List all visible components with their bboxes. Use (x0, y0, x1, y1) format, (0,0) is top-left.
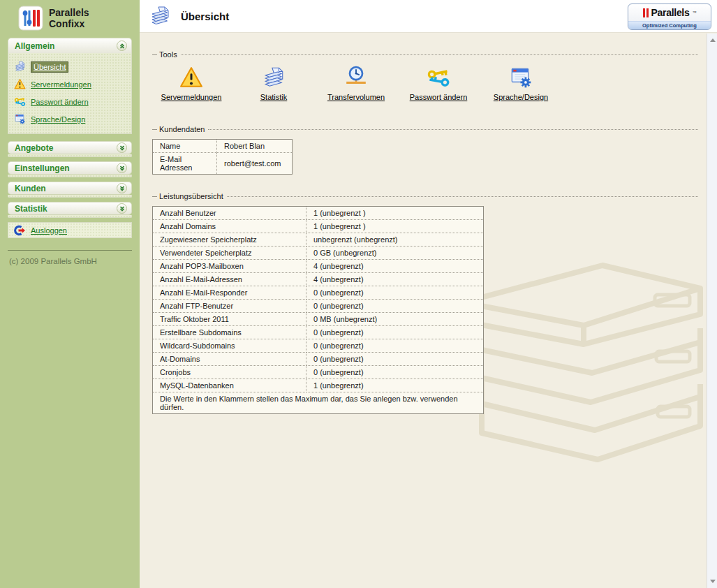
service-key: Anzahl FTP-Benutzer (153, 300, 306, 313)
section-title: Allgemein (15, 41, 54, 51)
table-row: Anzahl POP3-Mailboxen4 (unbegrenzt) (153, 260, 484, 273)
tools-legend: Tools (157, 50, 181, 59)
brand-name: Parallels (651, 7, 690, 18)
table-row: Anzahl E-Mail-Responder0 (unbegrenzt) (153, 286, 484, 300)
tool-servermeldungen[interactable]: Servermeldungen (158, 66, 225, 101)
services-legend: Leistungsübersicht (157, 192, 227, 200)
gauge-icon (344, 66, 368, 89)
app-logo-text: Parallels Confixx (49, 7, 89, 29)
table-row: Zugewiesener Speicherplatzunbegrenzt (un… (153, 233, 484, 247)
trademark-symbol: ™ (692, 10, 696, 15)
expand-button[interactable] (117, 203, 127, 214)
service-key: Anzahl Domains (153, 220, 306, 233)
table-row: At-Domains0 (unbegrenzt) (153, 353, 484, 366)
logout-button[interactable]: Ausloggen (8, 222, 132, 238)
service-value: 0 MB (unbegrenzt) (306, 313, 484, 326)
customer-table: Name Robert Blan E-Mail Adressen robert@… (152, 139, 293, 175)
parallels-brand-badge[interactable]: Parallels ™ Optimized Computing (628, 3, 711, 30)
section-strip (8, 215, 132, 218)
service-key: Zugewiesener Speicherplatz (153, 233, 306, 247)
table-row: Wildcard-Subdomains0 (unbegrenzt) (153, 339, 484, 353)
section-header-angebote[interactable]: Angebote (8, 141, 132, 154)
table-row: Anzahl Benutzer1 (unbegrenzt ) (153, 207, 484, 220)
customer-legend: Kundendaten (157, 125, 208, 133)
section-header-kunden[interactable]: Kunden (8, 182, 132, 195)
services-footnote: Die Werte in den Klammern stellen das Ma… (153, 392, 484, 414)
service-key: At-Domains (153, 353, 306, 366)
scroll-up-arrow-icon[interactable] (710, 38, 716, 42)
sidebar-section-statistik: Statistik (8, 202, 132, 218)
service-value: 0 (unbegrenzt) (306, 286, 484, 300)
tool-label[interactable]: Servermeldungen (161, 93, 222, 101)
service-value: 1 (unbegrenzt) (306, 379, 484, 392)
service-key: Anzahl E-Mail-Responder (153, 286, 306, 300)
section-title: Einstellungen (15, 163, 70, 173)
sidebar-section-einstellungen: Einstellungen (8, 161, 132, 177)
chevron-down-icon (119, 205, 126, 212)
table-row: E-Mail Adressen robert@test.com (153, 153, 293, 175)
service-key: Verwendeter Speicherplatz (153, 247, 306, 260)
service-key: Erstellbare Subdomains (153, 326, 306, 339)
service-value: 4 (unbegrenzt) (306, 260, 484, 273)
service-value: 0 (unbegrenzt) (306, 353, 484, 366)
chevron-down-icon (119, 185, 126, 192)
table-row: Verwendeter Speicherplatz0 GB (unbegrenz… (153, 247, 484, 260)
service-value: 0 (unbegrenzt) (306, 326, 484, 339)
warning-icon (14, 78, 26, 90)
customer-key: E-Mail Adressen (153, 153, 217, 175)
service-value: 1 (unbegrenzt ) (306, 220, 484, 233)
customer-section: Kundendaten Name Robert Blan E-Mail Adre… (152, 125, 698, 175)
tool-passwort-aendern[interactable]: Passwort ändern (405, 66, 472, 101)
sidebar-item-label[interactable]: Sprache/Design (31, 115, 85, 124)
table-row: Erstellbare Subdomains0 (unbegrenzt) (153, 326, 484, 339)
sidebar-item-label[interactable]: Passwort ändern (31, 98, 89, 106)
tool-label[interactable]: Sprache/Design (494, 93, 548, 101)
service-key: Anzahl E-Mail-Adressen (153, 273, 306, 286)
copyright-text: (c) 2009 Parallels GmbH (9, 257, 140, 265)
app-logo: Parallels Confixx (0, 0, 140, 38)
page-title: Übersicht (181, 10, 229, 22)
section-header-einstellungen[interactable]: Einstellungen (8, 161, 132, 175)
expand-button[interactable] (117, 163, 127, 173)
tool-label[interactable]: Passwort ändern (410, 93, 468, 101)
sidebar-section-angebote: Angebote (8, 141, 132, 157)
section-header-allgemein[interactable]: Allgemein (8, 38, 132, 53)
expand-button[interactable] (117, 142, 127, 153)
service-key: MySQL-Datenbanken (153, 379, 306, 392)
section-strip (8, 154, 132, 157)
chevron-down-icon (119, 145, 126, 152)
section-title: Statistik (15, 204, 47, 214)
sidebar-item-uebersicht[interactable]: Übersicht (8, 58, 131, 75)
window-gear-icon (14, 113, 26, 125)
tool-sprache-design[interactable]: Sprache/Design (487, 66, 554, 101)
section-header-statistik[interactable]: Statistik (8, 202, 132, 215)
vertical-scrollbar[interactable] (707, 34, 717, 588)
tool-label[interactable]: Statistik (260, 93, 288, 101)
sidebar-item-sprache-design[interactable]: Sprache/Design (8, 110, 131, 128)
collapse-button[interactable] (117, 41, 127, 51)
service-value: 0 (unbegrenzt) (306, 300, 484, 313)
sidebar: Parallels Confixx Allgemein Übersicht Se… (0, 0, 140, 588)
sidebar-item-servermeldungen[interactable]: Servermeldungen (8, 75, 131, 93)
table-row: Cronjobs0 (unbegrenzt) (153, 366, 484, 379)
page-header: Übersicht Parallels ™ Optimized Computin… (140, 0, 717, 33)
pages-icon (262, 66, 286, 89)
sidebar-item-label[interactable]: Übersicht (31, 61, 68, 73)
tool-transfervolumen[interactable]: Transfervolumen (323, 66, 390, 101)
sidebar-item-label[interactable]: Servermeldungen (31, 80, 91, 89)
table-row: Anzahl E-Mail-Adressen4 (unbegrenzt) (153, 273, 484, 286)
logout-icon (14, 225, 25, 236)
service-value: 0 (unbegrenzt) (306, 339, 484, 353)
service-key: Anzahl Benutzer (153, 207, 306, 220)
sidebar-item-passwort-aendern[interactable]: Passwort ändern (8, 93, 131, 110)
section-body-allgemein: Übersicht Servermeldungen Passwort änder… (8, 53, 132, 134)
scroll-down-arrow-icon[interactable] (710, 580, 716, 583)
expand-button[interactable] (117, 183, 127, 193)
table-row: Die Werte in den Klammern stellen das Ma… (153, 392, 484, 414)
customer-key: Name (153, 140, 217, 153)
tool-label[interactable]: Transfervolumen (327, 93, 385, 101)
keys-icon (427, 66, 450, 89)
tool-statistik[interactable]: Statistik (240, 66, 307, 101)
service-value: unbegrenzt (unbegrenzt) (306, 233, 484, 247)
logout-label[interactable]: Ausloggen (31, 226, 67, 235)
